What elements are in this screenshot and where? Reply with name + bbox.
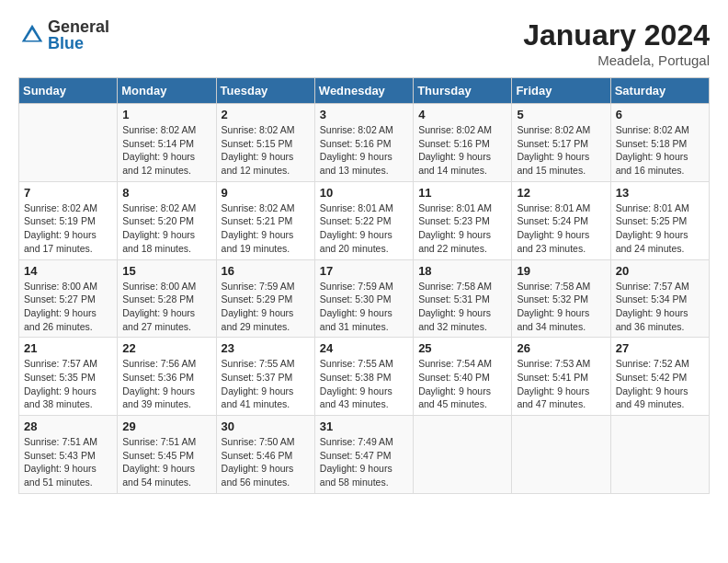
day-info: Sunrise: 7:51 AM Sunset: 5:43 PM Dayligh… xyxy=(24,435,112,489)
day-info: Sunrise: 8:02 AM Sunset: 5:16 PM Dayligh… xyxy=(418,123,506,178)
day-info: Sunrise: 7:57 AM Sunset: 5:35 PM Dayligh… xyxy=(24,357,112,411)
day-number: 11 xyxy=(418,186,506,200)
day-number: 26 xyxy=(517,341,605,355)
day-info: Sunrise: 8:02 AM Sunset: 5:14 PM Dayligh… xyxy=(122,123,210,178)
day-number: 15 xyxy=(122,264,210,278)
day-number: 16 xyxy=(222,264,310,278)
calendar-cell: 30Sunrise: 7:50 AM Sunset: 5:46 PM Dayli… xyxy=(216,416,314,494)
calendar-cell: 19Sunrise: 7:58 AM Sunset: 5:32 PM Dayli… xyxy=(512,259,610,338)
calendar-cell xyxy=(512,416,610,494)
calendar-cell: 16Sunrise: 7:59 AM Sunset: 5:29 PM Dayli… xyxy=(216,259,314,338)
calendar-cell: 21Sunrise: 7:57 AM Sunset: 5:35 PM Dayli… xyxy=(19,338,118,416)
calendar-cell xyxy=(414,416,512,494)
calendar-cell: 23Sunrise: 7:55 AM Sunset: 5:37 PM Dayli… xyxy=(216,338,314,416)
day-info: Sunrise: 8:02 AM Sunset: 5:15 PM Dayligh… xyxy=(222,123,310,178)
calendar-cell: 4Sunrise: 8:02 AM Sunset: 5:16 PM Daylig… xyxy=(414,104,512,182)
day-info: Sunrise: 7:53 AM Sunset: 5:41 PM Dayligh… xyxy=(517,357,605,411)
day-info: Sunrise: 7:52 AM Sunset: 5:42 PM Dayligh… xyxy=(616,357,704,411)
calendar-cell: 15Sunrise: 8:00 AM Sunset: 5:28 PM Dayli… xyxy=(118,259,216,338)
calendar-cell: 26Sunrise: 7:53 AM Sunset: 5:41 PM Dayli… xyxy=(512,338,610,416)
calendar-week-2: 7Sunrise: 8:02 AM Sunset: 5:19 PM Daylig… xyxy=(19,181,710,259)
logo-text: General Blue xyxy=(48,18,109,52)
calendar-cell: 17Sunrise: 7:59 AM Sunset: 5:30 PM Dayli… xyxy=(314,259,413,338)
day-info: Sunrise: 7:58 AM Sunset: 5:31 PM Dayligh… xyxy=(418,280,506,334)
calendar-cell: 25Sunrise: 7:54 AM Sunset: 5:40 PM Dayli… xyxy=(414,338,512,416)
calendar-cell: 11Sunrise: 8:01 AM Sunset: 5:23 PM Dayli… xyxy=(414,181,512,259)
calendar-week-3: 14Sunrise: 8:00 AM Sunset: 5:27 PM Dayli… xyxy=(19,259,710,338)
day-number: 31 xyxy=(320,419,408,433)
day-number: 18 xyxy=(418,264,506,278)
calendar-table: SundayMondayTuesdayWednesdayThursdayFrid… xyxy=(18,77,710,494)
day-number: 10 xyxy=(320,186,408,200)
calendar-week-4: 21Sunrise: 7:57 AM Sunset: 5:35 PM Dayli… xyxy=(19,338,710,416)
day-number: 20 xyxy=(616,264,704,278)
calendar-cell: 7Sunrise: 8:02 AM Sunset: 5:19 PM Daylig… xyxy=(19,181,118,259)
calendar-cell: 8Sunrise: 8:02 AM Sunset: 5:20 PM Daylig… xyxy=(118,181,216,259)
day-number: 4 xyxy=(418,108,506,121)
day-info: Sunrise: 8:02 AM Sunset: 5:19 PM Dayligh… xyxy=(24,201,112,256)
day-number: 3 xyxy=(320,108,408,121)
col-header-friday: Friday xyxy=(512,78,610,104)
page-header: General Blue January 2024 Meadela, Portu… xyxy=(18,18,710,68)
day-info: Sunrise: 7:50 AM Sunset: 5:46 PM Dayligh… xyxy=(222,435,310,489)
day-number: 9 xyxy=(222,186,310,200)
calendar-cell: 1Sunrise: 8:02 AM Sunset: 5:14 PM Daylig… xyxy=(118,104,216,182)
header-row: SundayMondayTuesdayWednesdayThursdayFrid… xyxy=(19,78,710,104)
logo: General Blue xyxy=(18,18,109,52)
calendar-cell: 12Sunrise: 8:01 AM Sunset: 5:24 PM Dayli… xyxy=(512,181,610,259)
day-number: 19 xyxy=(517,264,605,278)
calendar-cell: 14Sunrise: 8:00 AM Sunset: 5:27 PM Dayli… xyxy=(19,259,118,338)
day-number: 13 xyxy=(616,186,704,200)
calendar-cell: 22Sunrise: 7:56 AM Sunset: 5:36 PM Dayli… xyxy=(118,338,216,416)
day-info: Sunrise: 7:49 AM Sunset: 5:47 PM Dayligh… xyxy=(320,435,408,489)
col-header-monday: Monday xyxy=(118,78,216,104)
col-header-wednesday: Wednesday xyxy=(314,78,413,104)
logo-icon xyxy=(18,21,46,49)
col-header-sunday: Sunday xyxy=(19,78,118,104)
day-info: Sunrise: 7:57 AM Sunset: 5:34 PM Dayligh… xyxy=(616,280,704,334)
calendar-cell: 10Sunrise: 8:01 AM Sunset: 5:22 PM Dayli… xyxy=(314,181,413,259)
day-info: Sunrise: 7:51 AM Sunset: 5:45 PM Dayligh… xyxy=(122,435,210,489)
day-number: 21 xyxy=(24,341,112,355)
calendar-cell: 20Sunrise: 7:57 AM Sunset: 5:34 PM Dayli… xyxy=(610,259,709,338)
calendar-week-1: 1Sunrise: 8:02 AM Sunset: 5:14 PM Daylig… xyxy=(19,104,710,182)
day-number: 12 xyxy=(517,186,605,200)
day-info: Sunrise: 8:01 AM Sunset: 5:25 PM Dayligh… xyxy=(616,201,704,256)
day-info: Sunrise: 7:56 AM Sunset: 5:36 PM Dayligh… xyxy=(122,357,210,411)
day-info: Sunrise: 8:01 AM Sunset: 5:23 PM Dayligh… xyxy=(418,201,506,256)
day-number: 14 xyxy=(24,264,112,278)
day-info: Sunrise: 8:02 AM Sunset: 5:16 PM Dayligh… xyxy=(320,123,408,178)
calendar-cell: 31Sunrise: 7:49 AM Sunset: 5:47 PM Dayli… xyxy=(314,416,413,494)
day-info: Sunrise: 8:01 AM Sunset: 5:24 PM Dayligh… xyxy=(517,201,605,256)
day-number: 6 xyxy=(616,108,704,121)
day-info: Sunrise: 8:02 AM Sunset: 5:21 PM Dayligh… xyxy=(222,201,310,256)
location: Meadela, Portugal xyxy=(523,52,710,68)
day-number: 8 xyxy=(122,186,210,200)
day-number: 23 xyxy=(222,341,310,355)
day-number: 25 xyxy=(418,341,506,355)
day-number: 29 xyxy=(122,419,210,433)
calendar-cell: 6Sunrise: 8:02 AM Sunset: 5:18 PM Daylig… xyxy=(610,104,709,182)
calendar-cell: 13Sunrise: 8:01 AM Sunset: 5:25 PM Dayli… xyxy=(610,181,709,259)
calendar-cell: 18Sunrise: 7:58 AM Sunset: 5:31 PM Dayli… xyxy=(414,259,512,338)
calendar-cell xyxy=(19,104,118,182)
day-number: 5 xyxy=(517,108,605,121)
day-number: 24 xyxy=(320,341,408,355)
day-number: 7 xyxy=(24,186,112,200)
day-info: Sunrise: 8:00 AM Sunset: 5:28 PM Dayligh… xyxy=(122,280,210,334)
day-number: 28 xyxy=(24,419,112,433)
day-info: Sunrise: 7:58 AM Sunset: 5:32 PM Dayligh… xyxy=(517,280,605,334)
day-number: 1 xyxy=(122,108,210,121)
day-info: Sunrise: 7:55 AM Sunset: 5:38 PM Dayligh… xyxy=(320,357,408,411)
calendar-cell: 2Sunrise: 8:02 AM Sunset: 5:15 PM Daylig… xyxy=(216,104,314,182)
day-info: Sunrise: 8:02 AM Sunset: 5:18 PM Dayligh… xyxy=(616,123,704,178)
day-number: 27 xyxy=(616,341,704,355)
day-info: Sunrise: 8:01 AM Sunset: 5:22 PM Dayligh… xyxy=(320,201,408,256)
calendar-cell: 28Sunrise: 7:51 AM Sunset: 5:43 PM Dayli… xyxy=(19,416,118,494)
calendar-cell: 9Sunrise: 8:02 AM Sunset: 5:21 PM Daylig… xyxy=(216,181,314,259)
day-number: 22 xyxy=(122,341,210,355)
col-header-thursday: Thursday xyxy=(414,78,512,104)
calendar-cell: 24Sunrise: 7:55 AM Sunset: 5:38 PM Dayli… xyxy=(314,338,413,416)
calendar-cell: 5Sunrise: 8:02 AM Sunset: 5:17 PM Daylig… xyxy=(512,104,610,182)
calendar-cell: 3Sunrise: 8:02 AM Sunset: 5:16 PM Daylig… xyxy=(314,104,413,182)
